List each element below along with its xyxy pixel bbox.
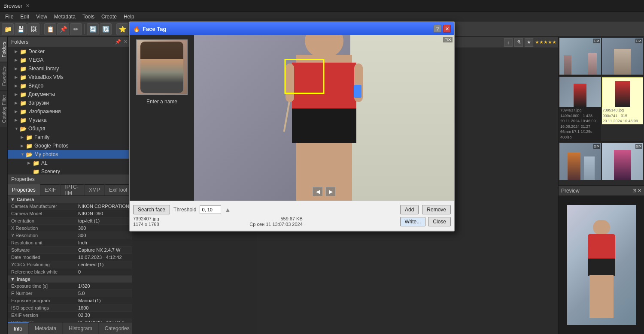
tree-item-vbox[interactable]: ▶ 📁 VirtualBox VMs [8, 73, 132, 81]
tree-item-docker[interactable]: ▶ 📁 Docker [8, 47, 132, 56]
preview-panel-header: Preview ⊡ ✕ [559, 186, 644, 196]
tab-exiftool[interactable]: ExifTool [105, 184, 132, 196]
photo-nav-prev[interactable]: ◀ [313, 187, 323, 196]
toolbar-edit-btn[interactable]: ✏ [70, 23, 82, 35]
thumb-date-2b: 20.11.2024 10:46:09 [603, 118, 643, 124]
prop-key-iso: ISO speed ratings [8, 305, 76, 311]
tab-iptc[interactable]: IPTC-IIM [61, 184, 85, 196]
tree-item-googlephotos[interactable]: ▶ 📁 Google Photos [8, 141, 132, 150]
folders-tree[interactable]: ▶ 📁 Docker ▶ 📁 MEGA ▶ 📁 SteamLibrary ▶ 📁… [8, 47, 132, 174]
close-button[interactable]: Close [428, 217, 451, 226]
tree-item-video[interactable]: ▶ 📁 Видео [8, 81, 132, 90]
prop-val-ycbcr: centered (1) [76, 262, 132, 268]
dialog-neck [296, 55, 352, 63]
right-thumb-2a[interactable] [559, 77, 601, 107]
photo-nav-arrows: ◀ ▶ [313, 187, 336, 196]
toolbar-star-btn[interactable]: ⭐ [116, 23, 128, 35]
dialog-help-btn[interactable]: ? [434, 25, 441, 33]
folders-pin-btn[interactable]: 📌 [114, 39, 122, 45]
prop-val-exposure: 1/320 [76, 283, 132, 289]
tree-item-obschaya[interactable]: ▼ 📂 Общая [8, 124, 132, 133]
right-thumb-1a[interactable]: ⊡✕ [559, 38, 601, 75]
dialog-close-ctrl[interactable]: ✕ [443, 25, 451, 33]
prop-val-iso: 1600 [76, 305, 132, 311]
menu-metadata[interactable]: Metadata [51, 12, 79, 21]
bottom-tab-categories[interactable]: Categories [99, 322, 136, 334]
tab-xmp[interactable]: XMP [85, 184, 105, 196]
prop-val-yres: 300 [76, 232, 132, 238]
title-bar: Browser ✕ [0, 0, 644, 12]
right-thumb-3b[interactable]: ⊡✕ [602, 143, 644, 180]
threshold-input[interactable] [200, 205, 221, 214]
toolbar-paste-btn[interactable]: 📌 [57, 23, 69, 35]
filter-btn[interactable]: ⚗ [514, 38, 523, 47]
menu-file[interactable]: File [2, 12, 17, 21]
tree-item-docs[interactable]: ▶ 📁 Документы [8, 90, 132, 99]
person-fig4 [574, 84, 586, 107]
person-fig2 [564, 55, 571, 75]
menu-create[interactable]: Create [98, 12, 120, 21]
person-fig6 [568, 152, 580, 180]
preview-expand-btn[interactable]: ⊡ [632, 188, 636, 193]
face-preview-image [136, 39, 188, 95]
bottom-tab-info[interactable]: Info [8, 322, 29, 334]
star-filter-btn[interactable]: ★ [525, 38, 533, 47]
sidebar-tab-folders[interactable]: Folders [0, 37, 7, 62]
toolbar-refresh-btn[interactable]: 🔄 [87, 23, 99, 35]
toolbar-copy-btn[interactable]: 📋 [44, 23, 56, 35]
arrow-music: ▶ [15, 118, 20, 122]
write-button[interactable]: Write... [400, 217, 426, 226]
preview-top [588, 234, 615, 260]
folders-close-btn[interactable]: ✕ [123, 39, 128, 45]
title-close-btn[interactable]: ✕ [26, 3, 30, 9]
folders-header-btns: 📌 ✕ [114, 39, 128, 45]
tree-item-downloads[interactable]: ▶ 📁 Загрузки [8, 99, 132, 107]
tab-properties[interactable]: Properties [8, 184, 40, 196]
prop-key-refbw: Reference black white [8, 269, 76, 275]
tree-item-al[interactable]: ▶ 📁 AL [8, 159, 132, 167]
sidebar-tab-favorites[interactable]: Favorites [0, 62, 7, 90]
folder-icon-docker: 📁 [20, 48, 27, 55]
threshold-spinner-up[interactable]: ▲ [225, 206, 231, 213]
toolbar-open-btn[interactable]: 📁 [2, 23, 14, 35]
menu-tools[interactable]: Tools [79, 12, 98, 21]
right-thumb-3a[interactable]: ⊡✕ [559, 143, 601, 180]
remove-button[interactable]: Remove [422, 205, 451, 214]
search-face-button[interactable]: Search face [133, 205, 170, 214]
sidebar-tab-catalog[interactable]: Catalog Filter [0, 90, 7, 127]
folder-icon-googlephotos: 📁 [26, 143, 33, 149]
tree-item-myphotos[interactable]: ▼ 📂 My photos [8, 150, 132, 159]
bottom-tabs: Info Metadata Histogram Categories Categ… [8, 322, 132, 334]
tree-item-scenery[interactable]: 📁 Scenery [8, 167, 132, 174]
tree-item-music[interactable]: ▶ 📁 Музыка [8, 116, 132, 124]
footer-action-btns: Write... Close [400, 217, 451, 226]
toolbar-img-btn[interactable]: 🖼 [27, 23, 39, 35]
tree-item-family[interactable]: ▶ 📁 Family [8, 133, 132, 141]
right-thumb-2b[interactable] [602, 77, 644, 107]
photo-nav-next[interactable]: ▶ [325, 187, 336, 196]
menu-help[interactable]: Help [120, 12, 138, 21]
prop-val-manufacturer: NIKON CORPORATION [76, 203, 132, 209]
arrow-mega: ▶ [15, 58, 20, 62]
face-tag-dialog[interactable]: 🔥 Face Tag ? ✕ Enter a name [129, 21, 455, 232]
menu-edit[interactable]: Edit [17, 12, 33, 21]
dialog-phone [354, 85, 361, 98]
tree-item-mega[interactable]: ▶ 📁 MEGA [8, 56, 132, 64]
bottom-tab-metadata[interactable]: Metadata [29, 322, 63, 334]
bottom-tab-histogram[interactable]: Histogram [63, 322, 99, 334]
thumb-dims-2a: 1409x1800 - 1 428 [560, 113, 600, 119]
prop-val-exifver: 02.30 [76, 312, 132, 318]
folder-icon-steam: 📁 [20, 66, 27, 72]
preview-close-btn[interactable]: ✕ [638, 188, 641, 193]
prop-row-orientation: Orientation top-left (1) [8, 217, 132, 225]
menu-view[interactable]: View [33, 12, 51, 21]
toolbar-save-btn[interactable]: 💾 [15, 23, 27, 35]
tree-item-images[interactable]: ▶ 📁 Изображения [8, 107, 132, 116]
right-thumb-1b[interactable]: ⊡✕ [602, 38, 644, 75]
tab-exif[interactable]: EXIF [40, 184, 61, 196]
add-button[interactable]: Add [400, 205, 419, 214]
sort-btn[interactable]: ↕ [504, 38, 513, 47]
image-section-header: ▼ Image [8, 276, 132, 283]
toolbar-sync-btn[interactable]: 🔃 [100, 23, 112, 35]
tree-item-steam[interactable]: ▶ 📁 SteamLibrary [8, 64, 132, 73]
